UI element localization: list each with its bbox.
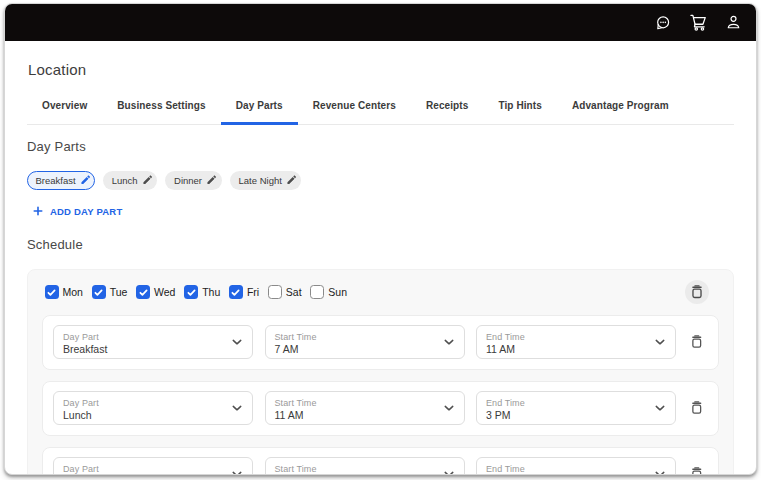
- chip-late-night[interactable]: Late Night: [230, 171, 302, 190]
- tab-advantage-program[interactable]: Advantage Program: [557, 99, 684, 124]
- cart-button[interactable]: [687, 12, 709, 34]
- day-checkbox-fri[interactable]: Fri: [229, 285, 259, 299]
- chevron-down-icon: [655, 337, 665, 347]
- schedule-row-breakfast: Day Part Breakfast Start Time 7 AM End T…: [42, 315, 719, 370]
- select-label: End Time: [486, 464, 651, 474]
- chip-label: Late Night: [239, 175, 282, 186]
- delete-schedule-button[interactable]: [685, 280, 709, 304]
- tab-receipts[interactable]: Receipts: [411, 99, 484, 124]
- end-time-select[interactable]: End Time 11 AM: [476, 325, 676, 359]
- edit-pencil-icon[interactable]: [286, 174, 298, 186]
- delete-row-button[interactable]: [689, 332, 704, 352]
- trash-icon: [690, 335, 704, 349]
- add-day-part-label: ADD DAY PART: [50, 206, 122, 217]
- chip-label: Dinner: [174, 175, 202, 186]
- select-label: Start Time: [275, 398, 440, 408]
- chip-dinner[interactable]: Dinner: [165, 171, 222, 190]
- select-value: 11 AM: [486, 343, 651, 355]
- day-label: Sat: [286, 286, 302, 298]
- main-content: Location Overview Business Settings Day …: [5, 59, 756, 475]
- edit-pencil-icon[interactable]: [80, 174, 92, 186]
- select-value: Lunch: [63, 409, 228, 421]
- day-checkbox-sat[interactable]: Sat: [268, 285, 302, 299]
- schedule-card: Mon Tue Wed Thu: [27, 269, 734, 475]
- edit-pencil-icon[interactable]: [142, 174, 154, 186]
- end-time-select[interactable]: End Time 3 PM: [476, 391, 676, 425]
- day-part-chips: Breakfast Lunch Dinner Late Night: [27, 171, 734, 190]
- chevron-down-icon: [232, 469, 242, 475]
- chat-button[interactable]: [652, 12, 674, 34]
- day-checkbox-sun[interactable]: Sun: [310, 285, 347, 299]
- checkbox-mon[interactable]: [45, 285, 59, 299]
- day-label: Tue: [110, 286, 128, 298]
- day-checkbox-thu[interactable]: Thu: [184, 285, 220, 299]
- trash-icon: [690, 285, 704, 299]
- day-part-select[interactable]: Day Part: [53, 457, 253, 475]
- select-value: 11 AM: [275, 409, 440, 421]
- select-value: 3 PM: [486, 409, 651, 421]
- check-icon: [138, 287, 149, 298]
- day-label: Sun: [328, 286, 347, 298]
- tab-business-settings[interactable]: Business Settings: [102, 99, 220, 124]
- start-time-select[interactable]: Start Time: [265, 457, 465, 475]
- cart-icon: [689, 13, 708, 32]
- chevron-down-icon: [655, 403, 665, 413]
- edit-pencil-icon[interactable]: [206, 174, 218, 186]
- checkbox-thu[interactable]: [184, 285, 198, 299]
- chevron-down-icon: [444, 337, 454, 347]
- day-part-select[interactable]: Day Part Lunch: [53, 391, 253, 425]
- day-part-select[interactable]: Day Part Breakfast: [53, 325, 253, 359]
- day-checkbox-mon[interactable]: Mon: [45, 285, 83, 299]
- chip-lunch[interactable]: Lunch: [103, 171, 157, 190]
- delete-row-button[interactable]: [689, 398, 704, 418]
- select-label: End Time: [486, 398, 651, 408]
- select-label: Day Part: [63, 398, 228, 408]
- chevron-down-icon: [232, 337, 242, 347]
- end-time-select[interactable]: End Time: [476, 457, 676, 475]
- chip-breakfast[interactable]: Breakfast: [27, 171, 95, 190]
- check-icon: [230, 287, 241, 298]
- day-checkbox-tue[interactable]: Tue: [92, 285, 128, 299]
- day-label: Fri: [247, 286, 259, 298]
- start-time-select[interactable]: Start Time 7 AM: [265, 325, 465, 359]
- chevron-down-icon: [655, 469, 665, 475]
- start-time-select[interactable]: Start Time 11 AM: [265, 391, 465, 425]
- checkbox-fri[interactable]: [229, 285, 243, 299]
- select-label: Start Time: [275, 332, 440, 342]
- checkbox-wed[interactable]: [136, 285, 150, 299]
- chip-label: Lunch: [112, 175, 138, 186]
- tab-day-parts[interactable]: Day Parts: [221, 99, 298, 124]
- checkbox-tue[interactable]: [92, 285, 106, 299]
- checkbox-sat[interactable]: [268, 285, 282, 299]
- select-label: Day Part: [63, 332, 228, 342]
- checkbox-sun[interactable]: [310, 285, 324, 299]
- schedule-heading: Schedule: [27, 237, 734, 252]
- day-parts-heading: Day Parts: [27, 139, 734, 154]
- day-label: Thu: [202, 286, 220, 298]
- trash-icon: [690, 467, 704, 475]
- plus-icon: [32, 205, 44, 217]
- day-checkbox-wed[interactable]: Wed: [136, 285, 175, 299]
- check-icon: [93, 287, 104, 298]
- schedule-row-lunch: Day Part Lunch Start Time 11 AM End Time…: [42, 381, 719, 436]
- delete-row-button[interactable]: [689, 464, 704, 475]
- weekday-row: Mon Tue Wed Thu: [42, 280, 719, 304]
- trash-icon: [690, 401, 704, 415]
- app-window: Location Overview Business Settings Day …: [4, 3, 757, 475]
- tab-revenue-centers[interactable]: Revenue Centers: [298, 99, 411, 124]
- chevron-down-icon: [444, 469, 454, 475]
- tab-tip-hints[interactable]: Tip Hints: [483, 99, 557, 124]
- day-label: Mon: [63, 286, 83, 298]
- person-icon: [725, 14, 742, 31]
- select-label: End Time: [486, 332, 651, 342]
- day-label: Wed: [154, 286, 175, 298]
- chip-label: Breakfast: [36, 175, 76, 186]
- top-bar: [5, 4, 756, 41]
- select-label: Start Time: [275, 464, 440, 474]
- account-button[interactable]: [722, 12, 744, 34]
- check-icon: [46, 287, 57, 298]
- select-label: Day Part: [63, 464, 228, 474]
- add-day-part-button[interactable]: ADD DAY PART: [27, 204, 122, 218]
- tab-overview[interactable]: Overview: [27, 99, 102, 124]
- chevron-down-icon: [444, 403, 454, 413]
